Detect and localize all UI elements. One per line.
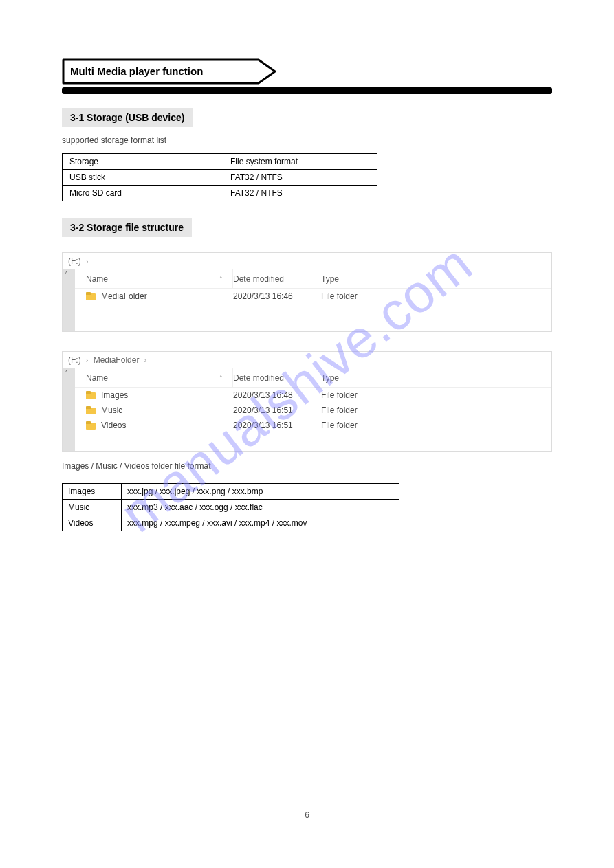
nav-pane[interactable]: ˄ xyxy=(63,368,75,451)
table-row: Storage File system format xyxy=(63,154,377,170)
table-row: Music xxx.mp3 / xxx.aac / xxx.ogg / xxx.… xyxy=(63,500,399,515)
sort-caret-icon[interactable]: ˄ xyxy=(219,375,223,381)
divider-bar xyxy=(62,87,552,94)
table-row: Videos xxx.mpg / xxx.mpeg / xxx.avi / xx… xyxy=(63,515,399,531)
item-type: File folder xyxy=(314,291,551,301)
table-row: Micro SD card FAT32 / NTFS xyxy=(63,186,377,201)
sort-caret-icon[interactable]: ˄ xyxy=(219,276,223,282)
folder-icon xyxy=(86,421,96,430)
cell: File system format xyxy=(223,154,377,170)
chevron-up-icon[interactable]: ˄ xyxy=(65,370,68,377)
folder-icon xyxy=(86,292,96,300)
item-name: MediaFolder xyxy=(101,291,147,301)
cell: xxx.mpg / xxx.mpeg / xxx.avi / xxx.mp4 /… xyxy=(122,515,399,531)
cell: FAT32 / NTFS xyxy=(223,170,377,186)
item-name: Images xyxy=(101,390,128,400)
col-date[interactable]: Dete modified xyxy=(233,274,284,284)
page-number: 6 xyxy=(305,810,309,820)
cell: Images xyxy=(63,484,122,500)
col-name[interactable]: Name xyxy=(86,373,108,383)
list-item[interactable]: Music 2020/3/13 16:51 File folder xyxy=(75,403,551,418)
list-item[interactable]: Images 2020/3/13 16:48 File folder xyxy=(75,388,551,403)
explorer-mediafolder-view: (F:) › MediaFolder › ˄ Name ˄ Dete modif… xyxy=(62,351,552,452)
chevron-right-icon: › xyxy=(86,258,88,265)
section-3-1-subtext: supported storage format list xyxy=(62,135,552,145)
cell: xxx.mp3 / xxx.aac / xxx.ogg / xxx.flac xyxy=(122,500,399,515)
nav-pane[interactable]: ˄ xyxy=(63,269,75,331)
breadcrumb[interactable]: (F:) › MediaFolder › xyxy=(63,352,551,368)
item-type: File folder xyxy=(314,405,551,415)
format-note: Images / Music / Videos folder file form… xyxy=(62,461,552,471)
chapter-banner: Multi Media player function xyxy=(62,58,552,85)
chevron-right-icon: › xyxy=(86,357,88,364)
breadcrumb-root[interactable]: (F:) xyxy=(68,355,81,365)
item-date: 2020/3/13 16:46 xyxy=(233,291,314,301)
cell: Music xyxy=(63,500,122,515)
explorer-root-view: (F:) › ˄ Name ˄ Dete modified Type xyxy=(62,252,552,332)
chevron-right-icon: › xyxy=(144,357,146,364)
item-type: File folder xyxy=(314,390,551,400)
section-3-2-heading: 3-2 Storage file structure xyxy=(62,218,192,237)
folder-icon xyxy=(86,391,96,399)
cell: FAT32 / NTFS xyxy=(223,186,377,201)
list-item[interactable]: MediaFolder 2020/3/13 16:46 File folder xyxy=(75,289,551,304)
chevron-up-icon[interactable]: ˄ xyxy=(65,271,68,278)
column-headers[interactable]: Name ˄ Dete modified Type xyxy=(75,269,551,289)
cell: Videos xyxy=(63,515,122,531)
cell: USB stick xyxy=(63,170,223,186)
table-row: Images xxx.jpg / xxx.jpeg / xxx.png / xx… xyxy=(63,484,399,500)
cell: xxx.jpg / xxx.jpeg / xxx.png / xxx.bmp xyxy=(122,484,399,500)
item-date: 2020/3/13 16:51 xyxy=(233,405,314,415)
col-date[interactable]: Dete modified xyxy=(233,373,284,383)
item-name: Videos xyxy=(101,421,126,430)
cell: Storage xyxy=(63,154,223,170)
item-date: 2020/3/13 16:48 xyxy=(233,390,314,400)
col-type[interactable]: Type xyxy=(321,373,339,383)
item-type: File folder xyxy=(314,421,551,430)
breadcrumb-folder[interactable]: MediaFolder xyxy=(94,355,140,365)
chapter-title: Multi Media player function xyxy=(70,58,203,85)
breadcrumb[interactable]: (F:) › xyxy=(63,253,551,269)
column-headers[interactable]: Name ˄ Dete modified Type xyxy=(75,368,551,388)
storage-format-table: Storage File system format USB stick FAT… xyxy=(62,153,377,201)
item-date: 2020/3/13 16:51 xyxy=(233,421,314,430)
col-name[interactable]: Name xyxy=(86,274,108,284)
cell: Micro SD card xyxy=(63,186,223,201)
folder-icon xyxy=(86,406,96,414)
list-item[interactable]: Videos 2020/3/13 16:51 File folder xyxy=(75,418,551,433)
col-type[interactable]: Type xyxy=(321,274,339,284)
section-3-1-heading: 3-1 Storage (USB device) xyxy=(62,108,193,127)
table-row: USB stick FAT32 / NTFS xyxy=(63,170,377,186)
file-format-table: Images xxx.jpg / xxx.jpeg / xxx.png / xx… xyxy=(62,483,399,531)
item-name: Music xyxy=(101,405,122,415)
breadcrumb-root[interactable]: (F:) xyxy=(68,256,81,266)
